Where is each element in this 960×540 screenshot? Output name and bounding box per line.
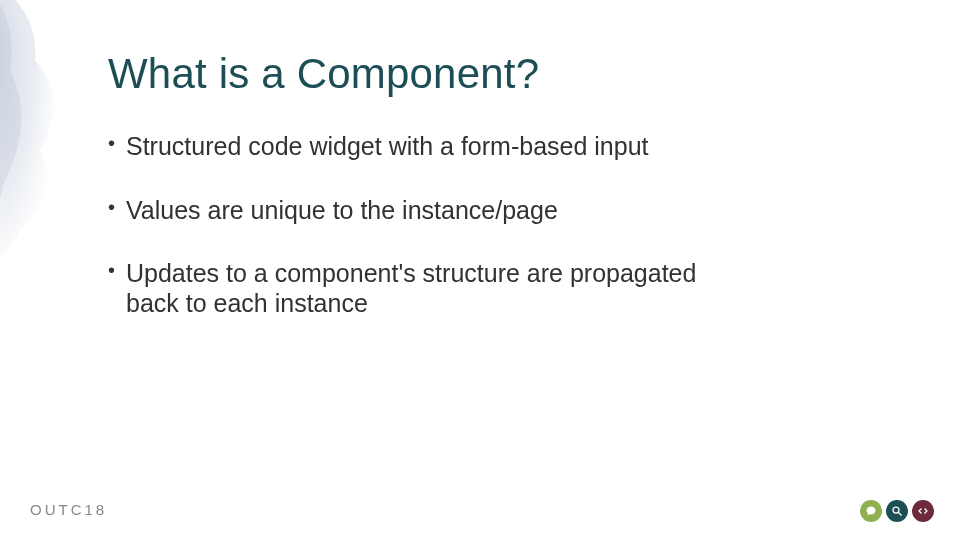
list-item: Structured code widget with a form-based… <box>108 132 728 162</box>
code-icon <box>912 500 934 522</box>
bullet-list: Structured code widget with a form-based… <box>108 132 888 318</box>
svg-point-0 <box>893 507 899 513</box>
slide-content: What is a Component? Structured code wid… <box>108 50 888 352</box>
footer-badges <box>860 500 934 522</box>
search-icon <box>886 500 908 522</box>
list-item: Updates to a component's structure are p… <box>108 259 728 318</box>
slide-title: What is a Component? <box>108 50 888 98</box>
chat-icon <box>860 500 882 522</box>
svg-line-1 <box>899 513 902 516</box>
list-item: Values are unique to the instance/page <box>108 196 728 226</box>
decorative-watercolor <box>0 0 110 280</box>
footer-brand: OUTC18 <box>30 501 107 518</box>
